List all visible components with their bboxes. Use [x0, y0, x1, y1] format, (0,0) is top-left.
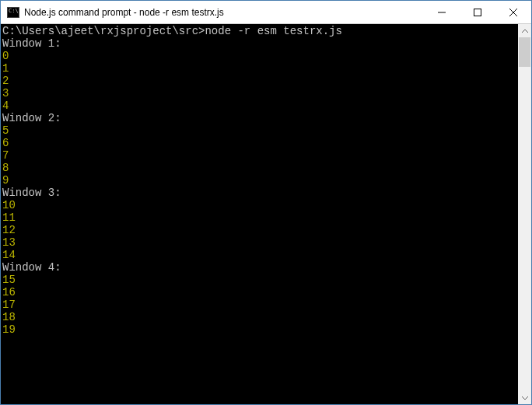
app-window: Node.js command prompt - node -r esm tes… — [0, 0, 532, 405]
output-value: 13 — [2, 236, 518, 249]
output-value: 16 — [2, 286, 518, 299]
output-value: 7 — [2, 149, 518, 162]
output-value: 9 — [2, 174, 518, 187]
output-value: 6 — [2, 137, 518, 149]
output-value: 17 — [2, 299, 518, 311]
output-value: 14 — [2, 249, 518, 261]
window-title: Node.js command prompt - node -r esm tes… — [24, 7, 424, 18]
output-value: 3 — [2, 87, 518, 100]
scroll-track[interactable] — [518, 37, 531, 391]
minimize-button[interactable] — [424, 1, 460, 23]
terminal-area: C:\Users\ajeet\rxjsproject\src>node -r e… — [1, 24, 531, 404]
scroll-up-button[interactable] — [518, 24, 531, 37]
output-value: 8 — [2, 162, 518, 174]
chevron-up-icon — [522, 30, 528, 33]
command-text: node -r esm testrx.js — [205, 25, 341, 37]
scroll-thumb[interactable] — [519, 37, 530, 67]
terminal-output[interactable]: C:\Users\ajeet\rxjsproject\src>node -r e… — [1, 24, 518, 404]
output-group-label: Window 4: — [2, 261, 518, 274]
output-value: 12 — [2, 224, 518, 236]
window-controls — [424, 1, 531, 23]
titlebar[interactable]: Node.js command prompt - node -r esm tes… — [1, 1, 531, 24]
maximize-button[interactable] — [460, 1, 495, 23]
output-value: 15 — [2, 274, 518, 286]
close-button[interactable] — [495, 1, 531, 23]
close-icon — [509, 9, 517, 16]
output-value: 4 — [2, 100, 518, 112]
output-value: 18 — [2, 311, 518, 323]
chevron-down-icon — [522, 396, 528, 400]
minimize-icon — [438, 9, 446, 16]
output-value: 1 — [2, 62, 518, 75]
vertical-scrollbar[interactable] — [518, 24, 531, 404]
output-group-label: Window 1: — [2, 37, 518, 50]
svg-rect-1 — [474, 9, 481, 16]
prompt-path: C:\Users\ajeet\rxjsproject\src> — [2, 25, 205, 37]
output-value: 19 — [2, 323, 518, 336]
output-group-label: Window 3: — [2, 187, 518, 199]
output-value: 10 — [2, 199, 518, 211]
output-value: 0 — [2, 50, 518, 62]
maximize-icon — [474, 9, 481, 16]
output-group-label: Window 2: — [2, 112, 518, 124]
prompt-line: C:\Users\ajeet\rxjsproject\src>node -r e… — [2, 25, 518, 37]
output-value: 11 — [2, 211, 518, 224]
scroll-down-button[interactable] — [518, 391, 531, 404]
app-icon — [7, 7, 19, 18]
output-value: 2 — [2, 75, 518, 87]
output-value: 5 — [2, 124, 518, 137]
